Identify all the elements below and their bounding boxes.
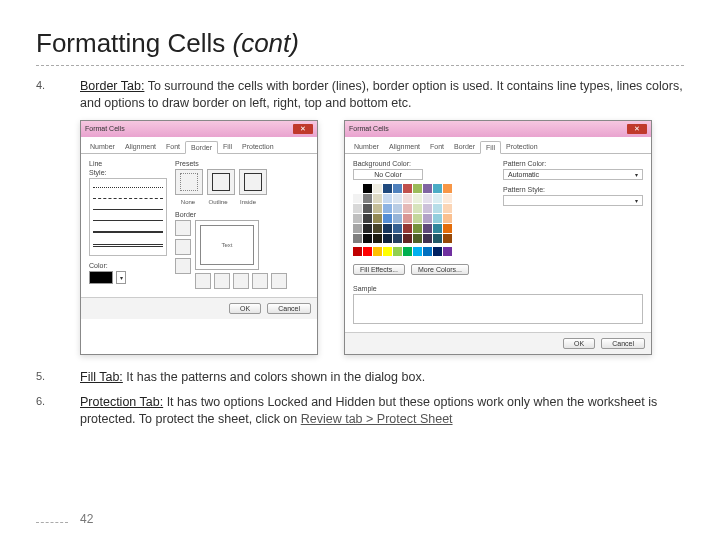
color-swatch[interactable] bbox=[403, 214, 412, 223]
color-swatch[interactable] bbox=[443, 247, 452, 256]
tab-alignment[interactable]: Alignment bbox=[120, 141, 161, 153]
color-swatch[interactable] bbox=[403, 224, 412, 233]
color-swatch[interactable] bbox=[413, 194, 422, 203]
ok-button[interactable]: OK bbox=[229, 303, 261, 314]
border-left-btn[interactable] bbox=[214, 273, 230, 289]
color-swatch[interactable] bbox=[353, 224, 362, 233]
color-swatch[interactable] bbox=[353, 184, 362, 193]
pattern-color-dropdown[interactable]: Automatic▾ bbox=[503, 169, 643, 180]
color-swatch[interactable] bbox=[423, 234, 432, 243]
color-swatch[interactable] bbox=[403, 184, 412, 193]
color-swatch[interactable] bbox=[443, 234, 452, 243]
color-swatch[interactable] bbox=[423, 224, 432, 233]
color-swatch[interactable] bbox=[413, 204, 422, 213]
color-swatch[interactable] bbox=[363, 184, 372, 193]
color-swatch[interactable] bbox=[383, 234, 392, 243]
color-swatch[interactable] bbox=[413, 234, 422, 243]
color-swatch[interactable] bbox=[383, 204, 392, 213]
preset-none[interactable] bbox=[175, 169, 203, 195]
color-swatch[interactable] bbox=[393, 247, 402, 256]
color-swatch[interactable] bbox=[353, 214, 362, 223]
color-swatch[interactable] bbox=[443, 214, 452, 223]
color-swatch[interactable] bbox=[393, 234, 402, 243]
tab-protection[interactable]: Protection bbox=[501, 141, 543, 153]
ok-button[interactable]: OK bbox=[563, 338, 595, 349]
tab-font[interactable]: Font bbox=[425, 141, 449, 153]
color-swatch[interactable] bbox=[423, 204, 432, 213]
color-swatch[interactable] bbox=[383, 214, 392, 223]
color-swatch[interactable] bbox=[403, 247, 412, 256]
cancel-button[interactable]: Cancel bbox=[601, 338, 645, 349]
color-swatch[interactable] bbox=[413, 214, 422, 223]
color-swatch[interactable] bbox=[353, 204, 362, 213]
color-swatch[interactable] bbox=[413, 224, 422, 233]
color-swatch[interactable] bbox=[383, 224, 392, 233]
color-swatch[interactable] bbox=[433, 194, 442, 203]
close-icon[interactable]: ✕ bbox=[293, 124, 313, 134]
tab-font[interactable]: Font bbox=[161, 141, 185, 153]
color-swatch[interactable] bbox=[363, 247, 372, 256]
border-diag1-btn[interactable] bbox=[195, 273, 211, 289]
color-swatch[interactable] bbox=[383, 194, 392, 203]
color-swatch[interactable] bbox=[403, 234, 412, 243]
color-swatch[interactable] bbox=[373, 194, 382, 203]
color-swatch[interactable] bbox=[363, 204, 372, 213]
color-swatch[interactable] bbox=[373, 247, 382, 256]
color-swatch[interactable] bbox=[363, 224, 372, 233]
color-palette[interactable] bbox=[353, 184, 493, 256]
border-top-btn[interactable] bbox=[175, 220, 191, 236]
color-swatch[interactable] bbox=[373, 184, 382, 193]
color-swatch[interactable] bbox=[433, 184, 442, 193]
color-swatch[interactable] bbox=[393, 224, 402, 233]
color-swatch[interactable] bbox=[363, 194, 372, 203]
tab-fill[interactable]: Fill bbox=[480, 141, 501, 154]
tab-alignment[interactable]: Alignment bbox=[384, 141, 425, 153]
color-swatch[interactable] bbox=[393, 204, 402, 213]
tab-protection[interactable]: Protection bbox=[237, 141, 279, 153]
cancel-button[interactable]: Cancel bbox=[267, 303, 311, 314]
fill-effects-button[interactable]: Fill Effects... bbox=[353, 264, 405, 275]
color-swatch[interactable] bbox=[363, 214, 372, 223]
no-color-option[interactable]: No Color bbox=[353, 169, 423, 180]
color-swatch[interactable] bbox=[443, 224, 452, 233]
color-swatch[interactable] bbox=[373, 204, 382, 213]
border-bottom-btn[interactable] bbox=[175, 258, 191, 274]
color-swatch[interactable] bbox=[423, 214, 432, 223]
color-swatch[interactable] bbox=[373, 214, 382, 223]
color-swatch[interactable] bbox=[423, 247, 432, 256]
color-swatch[interactable] bbox=[383, 184, 392, 193]
tab-number[interactable]: Number bbox=[349, 141, 384, 153]
color-swatch[interactable] bbox=[423, 184, 432, 193]
color-swatch[interactable] bbox=[433, 214, 442, 223]
color-swatch[interactable] bbox=[363, 234, 372, 243]
color-swatch[interactable] bbox=[433, 204, 442, 213]
border-right-btn[interactable] bbox=[252, 273, 268, 289]
border-mid-btn[interactable] bbox=[175, 239, 191, 255]
color-swatch[interactable] bbox=[413, 247, 422, 256]
color-swatch[interactable] bbox=[423, 194, 432, 203]
color-swatch[interactable] bbox=[393, 184, 402, 193]
color-swatch[interactable] bbox=[393, 194, 402, 203]
color-swatch[interactable] bbox=[433, 234, 442, 243]
color-swatch[interactable] bbox=[403, 204, 412, 213]
color-swatch[interactable] bbox=[353, 234, 362, 243]
border-vmid-btn[interactable] bbox=[233, 273, 249, 289]
tab-border[interactable]: Border bbox=[449, 141, 480, 153]
color-swatch[interactable] bbox=[353, 194, 362, 203]
tab-fill[interactable]: Fill bbox=[218, 141, 237, 153]
line-style-list[interactable] bbox=[89, 178, 167, 256]
color-swatch[interactable] bbox=[443, 194, 452, 203]
color-swatch[interactable] bbox=[383, 247, 392, 256]
color-swatch[interactable] bbox=[353, 247, 362, 256]
color-swatch[interactable] bbox=[403, 194, 412, 203]
color-swatch[interactable] bbox=[443, 204, 452, 213]
color-dropdown[interactable]: ▾ bbox=[116, 271, 126, 284]
tab-number[interactable]: Number bbox=[85, 141, 120, 153]
color-swatch[interactable] bbox=[393, 214, 402, 223]
color-swatch[interactable] bbox=[433, 224, 442, 233]
color-swatch[interactable] bbox=[413, 184, 422, 193]
close-icon[interactable]: ✕ bbox=[627, 124, 647, 134]
tab-border[interactable]: Border bbox=[185, 141, 218, 154]
preset-outline[interactable] bbox=[207, 169, 235, 195]
color-swatch[interactable] bbox=[373, 224, 382, 233]
